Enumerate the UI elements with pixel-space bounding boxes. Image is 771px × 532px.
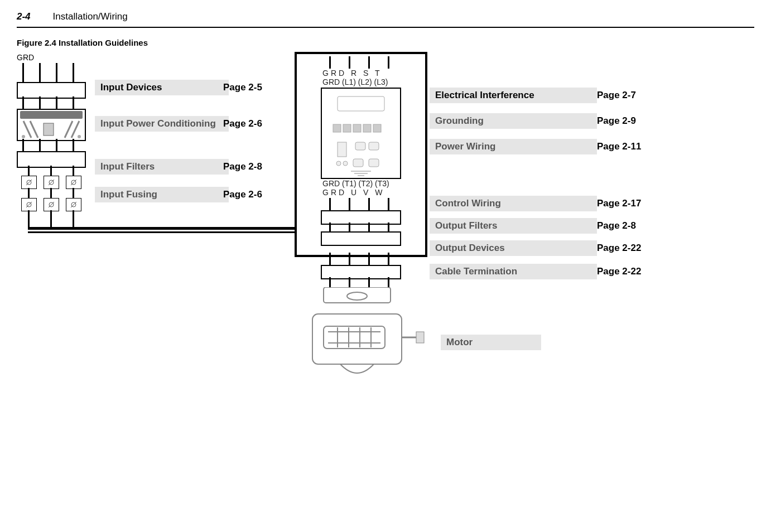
figure-title: Figure 2.4 Installation Guidelines [0, 28, 771, 53]
page-output-devices: Page 2-22 [597, 243, 641, 254]
callout-input-filters: Input Filters [95, 159, 229, 175]
svg-rect-19 [353, 124, 361, 132]
svg-point-3 [78, 135, 81, 138]
drive-top-terms: GRD R S T [322, 69, 382, 78]
page-input-devices: Page 2-5 [223, 82, 262, 93]
svg-rect-43 [416, 332, 424, 343]
svg-rect-17 [333, 124, 341, 132]
drive-front-icon [322, 89, 400, 178]
fuse-icon [66, 198, 81, 211]
svg-rect-27 [353, 159, 363, 167]
stage-power-conditioning-icon [17, 109, 86, 141]
svg-rect-22 [338, 142, 346, 157]
fuse-icon [21, 176, 37, 189]
svg-point-2 [22, 135, 25, 138]
callout-output-filters: Output Filters [430, 218, 597, 234]
page-input-filters: Page 2-8 [223, 161, 262, 172]
page-power-conditioning: Page 2-6 [223, 118, 262, 129]
stage-output-filters-icon [321, 231, 401, 246]
callout-grounding: Grounding [430, 113, 597, 129]
svg-rect-21 [373, 124, 381, 132]
callout-power-wiring: Power Wiring [430, 139, 597, 154]
callout-input-fusing: Input Fusing [95, 187, 229, 202]
drive-bot-terms: GRD (T1) (T2) (T3) [322, 179, 389, 188]
grd-label: GRD [17, 53, 34, 62]
svg-rect-18 [343, 124, 351, 132]
fuse-icon [21, 198, 37, 211]
svg-rect-35 [324, 326, 385, 349]
page-header: 2-4 Installation/Wiring [0, 0, 771, 27]
drive-top-terms2: GRD (L1) (L2) (L3) [322, 78, 388, 86]
callout-cable-termination: Cable Termination [430, 264, 597, 279]
section-title: Installation/Wiring [53, 11, 128, 22]
svg-point-25 [336, 161, 341, 166]
page-input-fusing: Page 2-6 [223, 189, 262, 200]
drive-icon [321, 88, 401, 179]
stage-input-devices-icon [17, 82, 86, 99]
page-control-wiring: Page 2-17 [597, 198, 641, 209]
svg-rect-0 [20, 111, 83, 119]
svg-rect-16 [338, 96, 384, 111]
transformer-icon [20, 111, 83, 139]
fuse-icon [44, 176, 59, 189]
page-cable-termination: Page 2-22 [597, 266, 641, 277]
callout-control-wiring: Control Wiring [430, 196, 597, 211]
callout-motor: Motor [441, 335, 541, 350]
page-number: 2-4 [17, 11, 31, 22]
svg-rect-24 [369, 142, 379, 150]
installation-diagram: GRD Input Devices Page 2-5 Input Power C… [17, 53, 754, 443]
fuse-icon [66, 176, 81, 189]
svg-rect-1 [44, 123, 54, 136]
page-output-filters: Page 2-8 [597, 220, 636, 231]
page-grounding: Page 2-9 [597, 115, 636, 127]
callout-emi: Electrical Interference [430, 88, 597, 103]
page-power-wiring: Page 2-11 [597, 141, 641, 152]
callout-output-devices: Output Devices [430, 240, 597, 256]
motor-icon [307, 287, 430, 382]
svg-rect-23 [355, 142, 365, 150]
svg-rect-20 [363, 124, 371, 132]
svg-rect-28 [369, 159, 379, 167]
fuse-icon [44, 198, 59, 211]
callout-power-conditioning: Input Power Conditioning [95, 116, 229, 132]
drive-bot-terms2: GRD U V W [322, 188, 384, 197]
page-emi: Page 2-7 [597, 90, 636, 101]
svg-point-26 [343, 161, 348, 166]
callout-input-devices: Input Devices [95, 80, 229, 95]
